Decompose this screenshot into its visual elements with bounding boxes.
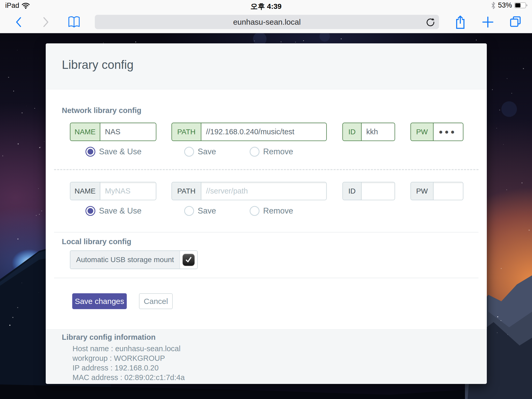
path-input[interactable] bbox=[201, 123, 326, 141]
pw-field-label: PW bbox=[411, 123, 434, 141]
pw-field-label: PW bbox=[411, 182, 434, 200]
cancel-button[interactable]: Cancel bbox=[139, 293, 173, 309]
id-field-label: ID bbox=[343, 123, 362, 141]
plus-icon bbox=[482, 16, 494, 28]
tabs-button[interactable] bbox=[507, 11, 524, 33]
usb-mount-checkbox[interactable] bbox=[183, 254, 195, 266]
library-config-card: Library config Network library config NA… bbox=[46, 43, 487, 384]
info-line-workgroup: workgroup : WORKGROUP bbox=[72, 354, 185, 363]
name-field-label: NAME bbox=[70, 182, 100, 200]
radio-circle[interactable] bbox=[184, 147, 194, 157]
radio-circle[interactable] bbox=[85, 206, 95, 216]
browser-toolbar: eunhasu-sean.local bbox=[0, 11, 532, 33]
status-bar: iPad 오후 4:39 53% bbox=[0, 0, 532, 11]
section-separator bbox=[54, 232, 478, 232]
radio-circle[interactable] bbox=[250, 206, 260, 216]
pw-input[interactable] bbox=[434, 182, 463, 200]
url-bar[interactable]: eunhasu-sean.local bbox=[95, 15, 439, 29]
radio-save-and-use[interactable]: Save & Use bbox=[85, 147, 142, 157]
share-button[interactable] bbox=[452, 11, 469, 33]
id-field-group: ID bbox=[342, 123, 395, 141]
back-chevron-icon bbox=[15, 16, 22, 28]
back-button[interactable] bbox=[12, 11, 25, 33]
radio-remove[interactable]: Remove bbox=[250, 147, 293, 157]
usb-mount-group: Automatic USB storage mount bbox=[70, 250, 198, 269]
info-line-hostname: Host name : eunhasu-sean.local bbox=[72, 344, 185, 354]
name-input[interactable] bbox=[100, 182, 156, 200]
id-input[interactable] bbox=[362, 123, 395, 141]
path-field-group: PATH bbox=[171, 182, 327, 200]
battery-icon bbox=[514, 2, 528, 9]
dashed-separator bbox=[54, 169, 478, 170]
radio-circle[interactable] bbox=[250, 147, 260, 157]
check-icon bbox=[185, 256, 192, 264]
radio-circle[interactable] bbox=[184, 206, 194, 216]
info-line-ip: IP address : 192.168.0.20 bbox=[72, 363, 185, 373]
network-section-heading: Network library config bbox=[62, 106, 141, 115]
radio-remove[interactable]: Remove bbox=[250, 206, 293, 216]
name-field-group: NAME bbox=[70, 182, 156, 200]
local-section-heading: Local library config bbox=[62, 237, 131, 246]
book-icon bbox=[67, 15, 81, 29]
card-footer: Library config information Host name : e… bbox=[46, 329, 487, 384]
radio-circle[interactable] bbox=[85, 147, 95, 157]
pw-field-group: PW ●●● bbox=[410, 123, 463, 141]
radio-save[interactable]: Save bbox=[184, 206, 216, 216]
card-header: Library config bbox=[46, 43, 487, 89]
id-field-label: ID bbox=[343, 182, 362, 200]
bookmarks-button[interactable] bbox=[66, 11, 82, 33]
new-tab-button[interactable] bbox=[480, 11, 496, 33]
forward-chevron-icon bbox=[43, 16, 49, 28]
usb-mount-label: Automatic USB storage mount bbox=[70, 251, 180, 269]
bluetooth-icon bbox=[491, 2, 496, 9]
info-line-mac: MAC address : 02:89:02:c1:7d:4a bbox=[72, 373, 185, 382]
share-icon bbox=[454, 15, 467, 29]
id-input[interactable] bbox=[362, 182, 395, 200]
radio-save-and-use[interactable]: Save & Use bbox=[85, 206, 142, 216]
name-field-group: NAME bbox=[70, 123, 156, 141]
name-field-label: NAME bbox=[70, 123, 100, 141]
reload-icon[interactable] bbox=[425, 17, 435, 27]
url-text: eunhasu-sean.local bbox=[233, 18, 301, 26]
radio-save[interactable]: Save bbox=[184, 147, 216, 157]
path-field-label: PATH bbox=[172, 123, 201, 141]
pw-field-group: PW bbox=[410, 182, 463, 200]
name-input[interactable] bbox=[100, 123, 156, 141]
page-title: Library config bbox=[62, 58, 134, 72]
forward-button[interactable] bbox=[39, 11, 52, 33]
section-separator bbox=[54, 278, 478, 278]
save-changes-button[interactable]: Save changes bbox=[72, 293, 127, 309]
footer-heading: Library config information bbox=[62, 333, 156, 342]
id-field-group: ID bbox=[342, 182, 395, 200]
pw-input[interactable]: ●●● bbox=[434, 128, 462, 136]
tabs-overview-icon bbox=[509, 16, 522, 29]
screen: iPad 오후 4:39 53% bbox=[0, 0, 532, 399]
clock: 오후 4:39 bbox=[0, 2, 532, 11]
path-field-group: PATH bbox=[171, 123, 327, 141]
path-field-label: PATH bbox=[172, 182, 201, 200]
battery-percentage: 53% bbox=[498, 1, 512, 9]
usb-checkbox-cell bbox=[180, 251, 197, 269]
path-input[interactable] bbox=[201, 182, 326, 200]
